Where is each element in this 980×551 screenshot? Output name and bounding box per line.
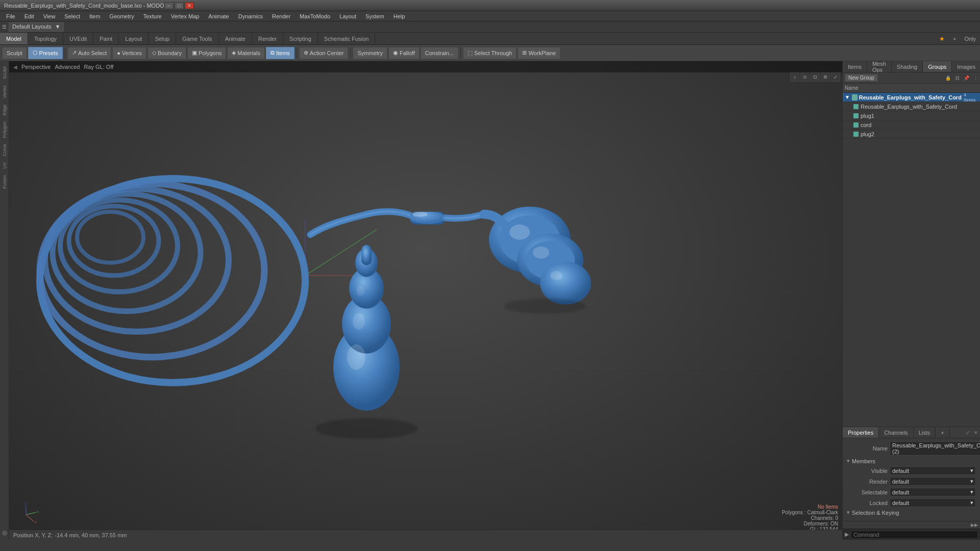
menu-item-maxtomodo[interactable]: MaxToModo bbox=[296, 12, 334, 20]
tab-animate[interactable]: Animate bbox=[219, 33, 252, 44]
uv-strip-item[interactable]: UV bbox=[1, 159, 8, 172]
vp-icon-expand[interactable]: ⤢ bbox=[831, 72, 840, 82]
tab-schematic-fusion[interactable]: Schematic Fusion bbox=[318, 33, 375, 44]
svg-point-30 bbox=[509, 224, 530, 240]
items-button[interactable]: ⧉ Items bbox=[266, 47, 295, 59]
tree-item-earplug[interactable]: Reusable_Earplugs_with_Safety_Cord bbox=[843, 102, 980, 111]
menu-item-layout[interactable]: Layout bbox=[335, 12, 360, 20]
rp-bottom-expand[interactable]: ⤢ bbox=[964, 430, 972, 435]
rp-tab-shading[interactable]: Shading bbox=[892, 61, 923, 72]
maximize-button[interactable]: □ bbox=[175, 2, 184, 9]
falloff-button[interactable]: ◉ Falloff bbox=[388, 47, 420, 59]
sculpt-strip-item[interactable]: Sculpt bbox=[1, 63, 8, 82]
tab-scripting[interactable]: Scripting bbox=[283, 33, 318, 44]
tree-item-plug1[interactable]: plug1 bbox=[843, 111, 980, 120]
locked-prop-dropdown[interactable]: default ▾ bbox=[890, 498, 976, 507]
menu-item-geometry[interactable]: Geometry bbox=[105, 12, 138, 20]
presets-button[interactable]: ⬡ Presets bbox=[28, 47, 63, 59]
rp-dots-icon[interactable]: ⋮ bbox=[973, 76, 978, 81]
tab-topology[interactable]: Topology bbox=[28, 33, 63, 44]
tree-item-cord[interactable]: cord bbox=[843, 120, 980, 130]
rp-tab-groups[interactable]: Groups bbox=[923, 61, 952, 72]
menu-item-system[interactable]: System bbox=[361, 12, 388, 20]
svg-rect-41 bbox=[853, 104, 859, 109]
materials-button[interactable]: ◈ Materials bbox=[227, 47, 265, 59]
curve-strip-item[interactable]: Curve bbox=[1, 141, 8, 159]
properties-tab[interactable]: Properties bbox=[843, 427, 879, 438]
vp-icon-settings[interactable]: ⚙ bbox=[821, 72, 830, 82]
rp-pin-icon[interactable]: 📌 bbox=[964, 76, 969, 81]
tree-group-icon bbox=[852, 94, 857, 101]
tab-uvedit[interactable]: UVEdit bbox=[63, 33, 93, 44]
channels-tab[interactable]: Channels bbox=[879, 427, 913, 438]
viewport-raygl[interactable]: Ray GL: Off bbox=[84, 64, 113, 70]
menu-item-texture[interactable]: Texture bbox=[139, 12, 166, 20]
name-prop-value[interactable]: Reusable_Earplugs_with_Safety_Cord (2) bbox=[890, 441, 980, 456]
edge-strip-item[interactable]: Edge bbox=[1, 102, 8, 118]
tab-setup[interactable]: Setup bbox=[149, 33, 176, 44]
toolbar: Sculpt ⬡ Presets ↗ Auto Select ● Vertice… bbox=[0, 45, 980, 61]
rp-tab-mesh-ops[interactable]: Mesh Ops bbox=[867, 61, 892, 72]
tree-item-root[interactable]: ▾ Reusable_Earplugs_with_Safety_Cord 4 I… bbox=[843, 93, 980, 102]
selectable-prop-dropdown[interactable]: default ▾ bbox=[890, 488, 976, 496]
right-panel-tabs: ItemsMesh OpsShadingGroupsImages✕ bbox=[843, 61, 980, 72]
rp-lock-icon[interactable]: 🔒 bbox=[945, 76, 951, 81]
vp-icon-fit[interactable]: ⊡ bbox=[811, 72, 820, 82]
tree-item-plug2[interactable]: plug2 bbox=[843, 130, 980, 139]
rp-tab-images[interactable]: Images bbox=[952, 61, 980, 72]
vertices-button[interactable]: ● Vertices bbox=[112, 47, 146, 59]
close-button[interactable]: ✕ bbox=[185, 2, 194, 9]
menu-item-item[interactable]: Item bbox=[85, 12, 104, 20]
menu-item-dynamics[interactable]: Dynamics bbox=[234, 12, 267, 20]
viewport[interactable]: ◀ Perspective Advanced Ray GL: Off ⌂ ⊙ ⊡… bbox=[9, 61, 842, 540]
menu-item-help[interactable]: Help bbox=[389, 12, 409, 20]
auto-select-button[interactable]: ↗ Auto Select bbox=[67, 47, 111, 59]
rp-bottom-close[interactable]: ✕ bbox=[972, 430, 980, 435]
lists-tab[interactable]: Lists bbox=[914, 427, 936, 438]
tab-render[interactable]: Render bbox=[252, 33, 283, 44]
vp-icon-home[interactable]: ⌂ bbox=[790, 72, 799, 82]
polygons-button[interactable]: ▣ Polygons bbox=[187, 47, 226, 59]
polygon-strip-item[interactable]: Polygon bbox=[1, 118, 8, 141]
menu-item-select[interactable]: Select bbox=[60, 12, 84, 20]
menu-item-view[interactable]: View bbox=[39, 12, 60, 20]
menu-item-file[interactable]: File bbox=[2, 12, 19, 20]
star-icon[interactable]: ★ bbox=[935, 34, 949, 44]
boundary-button[interactable]: ◇ Boundary bbox=[148, 47, 186, 59]
tab-layout[interactable]: Layout bbox=[119, 33, 149, 44]
vertex-strip-item[interactable]: Vertex bbox=[1, 82, 8, 102]
vp-icon-zoom[interactable]: ⊙ bbox=[800, 72, 810, 82]
menu-item-vertex-map[interactable]: Vertex Map bbox=[167, 12, 204, 20]
new-group-button[interactable]: New Group bbox=[845, 74, 878, 82]
minimize-button[interactable]: − bbox=[164, 2, 174, 9]
rp-chain-icon[interactable]: ⛓ bbox=[955, 76, 960, 81]
symmetry-button[interactable]: Symmetry bbox=[353, 47, 387, 59]
selection-keying-section[interactable]: ▾ Selection & Keying bbox=[847, 509, 976, 516]
menu-item-animate[interactable]: Animate bbox=[204, 12, 233, 20]
workplane-button[interactable]: ⊞ WorkPlane bbox=[518, 47, 560, 59]
tab-paint[interactable]: Paint bbox=[93, 33, 119, 44]
sculpt-button[interactable]: Sculpt bbox=[2, 47, 27, 59]
viewport-mode[interactable]: Perspective bbox=[21, 64, 51, 70]
command-arrow[interactable]: ▶ bbox=[845, 531, 849, 538]
menu-item-edit[interactable]: Edit bbox=[20, 12, 38, 20]
action-center-button[interactable]: ⊕ Action Center bbox=[299, 47, 349, 59]
menu-item-render[interactable]: Render bbox=[268, 12, 295, 20]
viewport-advanced[interactable]: Advanced bbox=[55, 64, 80, 70]
visible-prop-dropdown[interactable]: default ▾ bbox=[890, 466, 976, 475]
command-input[interactable] bbox=[851, 531, 978, 539]
rp-tab-items[interactable]: Items bbox=[843, 61, 867, 72]
tab-add-button[interactable]: + bbox=[949, 34, 960, 43]
add-tab[interactable]: + bbox=[936, 427, 949, 438]
fusion-strip-item[interactable]: Fusion bbox=[1, 172, 8, 192]
tab-game-tools[interactable]: Game Tools bbox=[176, 33, 219, 44]
groups-tree[interactable]: ▾ Reusable_Earplugs_with_Safety_Cord 4 I… bbox=[843, 93, 980, 427]
select-through-button[interactable]: ⬚ Select Through bbox=[463, 47, 517, 59]
keying-expand-btn[interactable]: ▶▶ bbox=[971, 522, 978, 528]
tab-model[interactable]: Model bbox=[0, 33, 28, 44]
constrain-button[interactable]: Constrain... bbox=[421, 47, 458, 59]
layout-dropdown[interactable]: Default Layouts ▼ bbox=[9, 22, 64, 32]
members-section[interactable]: ▾ Members bbox=[847, 458, 976, 464]
render-prop-dropdown[interactable]: default ▾ bbox=[890, 477, 976, 486]
viewport-collapse[interactable]: ◀ bbox=[13, 64, 17, 70]
